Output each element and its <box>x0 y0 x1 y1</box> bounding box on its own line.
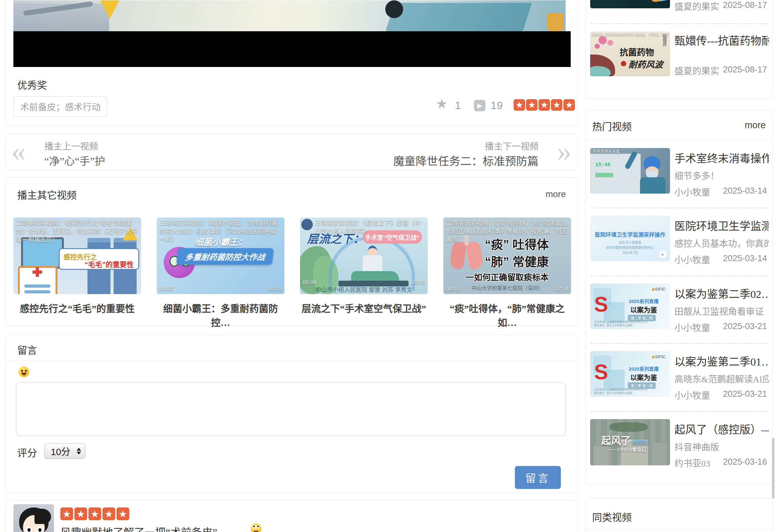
rating-star-icon: ★ <box>538 99 550 111</box>
sidebar-video-thumb[interactable]: S ◆SIFIC 2025系列直播 以案为鉴 第二季 第二期 主办单位：上海斯菲… <box>590 284 670 329</box>
thumb-line2: 以案为鉴 <box>621 305 667 314</box>
other-video-caption[interactable]: 细菌小霸王：多重耐药菌防控… <box>157 301 284 329</box>
other-video-thumb[interactable]: 感控先行之 “毛毛”的重要性 二等奖获奖视频：《感控先行之“毛毛”的重要性》仝珊… <box>13 218 141 294</box>
sidebar-video-title[interactable]: 手术室终末消毒操作… <box>675 150 769 166</box>
lung-right <box>466 241 483 270</box>
sific-s: S <box>594 361 608 382</box>
sidebar-video-thumb[interactable]: S ◆SIFIC 2025系列直播 以案为鉴 第二季 第一期 主办单位：上海斯菲… <box>590 351 670 397</box>
thumb-overlay-text: 二等奖获奖视频：《“痰”吐得体，“肺”常健康之如何正确留取痰标本》李秋玲、程依琳… <box>446 219 568 244</box>
thumb-title-line2: 多重耐药菌防控大作战 <box>184 251 266 262</box>
other-videos-more-link[interactable]: more <box>545 189 566 199</box>
video-frame[interactable] <box>13 0 571 31</box>
sidebar-video-title[interactable]: 医院环境卫生学监测… <box>675 218 769 233</box>
thumb-banner: 多重耐药菌防控大作战 <box>176 248 274 265</box>
rating-star-icon: ★ <box>116 507 129 520</box>
emoji-mouth <box>254 531 259 532</box>
sidebar-video-author[interactable]: 盛夏的果实 <box>675 64 719 77</box>
thumb-org1: 主办单位：上海斯菲克微生物应用技术研究中心 <box>594 320 648 323</box>
comment-text: 风趣幽默地了解了一把“术前备皮” <box>60 524 217 532</box>
score-select-value: 10分 <box>45 444 77 458</box>
sidebar-video-author[interactable]: 小小牧童 <box>675 388 710 401</box>
score-select[interactable]: 10分 <box>44 443 85 459</box>
thumb-footer-text: 中山大学附属第七医院（深圳） <box>443 284 571 292</box>
thumb-overlay-text: 三等奖获奖视频：《层流之下》黎慧（中山市小榄人民医院） <box>315 219 425 236</box>
other-video-caption[interactable]: “痰”吐得体，“肺”常健康之如… <box>443 301 571 329</box>
thumb-org2: 承办单位：复旦大学附属中山医院 <box>594 323 632 327</box>
dashed-divider <box>590 208 768 208</box>
blossom <box>599 36 607 44</box>
video-controls-bar[interactable] <box>13 31 571 67</box>
sidebar-video-author[interactable]: 小小牧童 <box>675 185 710 198</box>
thumb-center-line: 启东市人民医院 <box>590 240 670 245</box>
other-video-caption[interactable]: 感控先行之“毛毛”的重要性 <box>13 301 141 315</box>
comment-form-card: 留言 评分 10分 留言 <box>5 334 578 493</box>
commenter-avatar[interactable] <box>13 504 54 532</box>
sific-logo: ◆SIFIC <box>652 354 666 359</box>
other-video-thumb[interactable]: 层流之下： 手术室“空气保卫战” 中山市小榄人民医院 黎慧 刘苏 李秀文 00:… <box>300 218 428 294</box>
thumb-overlay-text: 甄嬛传---抗菌药物耐药风波 祝效鹏、卢琳琳（北京大学深圳医 <box>592 33 669 37</box>
sidebar-video-author[interactable]: 约书亚03 <box>675 456 710 469</box>
hospital-logo <box>301 219 313 230</box>
prev-chevron-icon[interactable]: « <box>11 136 26 166</box>
next-video-label: 播主下一视频 <box>485 139 538 152</box>
prev-video-link[interactable]: “净”心“手”护 <box>44 153 105 168</box>
clipboard-line <box>24 284 50 288</box>
rating-star-icon: ★ <box>513 99 525 111</box>
avatar-pupil <box>38 528 41 532</box>
thumb-line3: 一如何正确留取痰标本 <box>443 271 571 283</box>
timestamp-start: 00:02 <box>159 286 173 292</box>
other-video-thumb[interactable]: “痰” 吐得体 “肺” 常健康 一如何正确留取痰标本 中山大学附属第七医院（深圳… <box>443 218 571 294</box>
next-video-link[interactable]: 魔童降世任务二：标准预防篇 <box>393 152 538 168</box>
favorite-star-icon[interactable]: ★ <box>436 97 448 111</box>
sidebar-video-title[interactable]: 起风了（感控版）—… <box>675 421 769 437</box>
banner: 感控先行之 “毛毛”的重要性 <box>59 248 139 270</box>
divider <box>5 361 577 361</box>
other-video-thumb[interactable]: 细菌小霸王： 多重耐药菌防控大作战 00:02 02:43 三等奖获奖视频：《细… <box>157 218 284 294</box>
timestamp-end: 02:34 <box>555 286 568 292</box>
thumb-overlay-text: 二等奖获奖视频：《感控先行之“毛毛”的重要性》仝珊珊、王凤菊、何文英等（石河子大… <box>16 219 138 244</box>
comment-form-title: 留言 <box>17 342 37 357</box>
sific-logo: ◆SIFIC <box>652 287 666 292</box>
warning-triangle-icon <box>100 0 119 19</box>
other-video-caption[interactable]: 层流之下“手术室空气保卫战” <box>300 301 428 315</box>
sidebar-video-author[interactable]: 小小牧童 <box>675 253 710 266</box>
sidebar-video-thumb[interactable]: 抗菌药物 耐药风波 甄嬛传 甄嬛传---抗菌药物耐药风波 祝效鹏、卢琳琳（北京大… <box>590 32 670 76</box>
sidebar-video-date: 2025-03-16 <box>723 457 767 467</box>
thumb-brush-line1: 抗菌药物 <box>620 46 654 58</box>
play-count: 19 <box>491 99 503 112</box>
sidebar-video-date: 2025-03-21 <box>723 321 767 331</box>
sidebar-video-author[interactable]: 盛夏的果实 <box>675 0 719 12</box>
diamond-icon: ◆ <box>652 287 655 292</box>
grinning-emoji-icon[interactable] <box>18 366 29 377</box>
dashed-divider <box>590 343 768 344</box>
thumb-overlay-text: 手术室终末消毒 <box>593 150 668 154</box>
divider <box>586 140 772 140</box>
banner-text-right: “毛毛”的重要性 <box>85 259 134 269</box>
sidebar-video-title[interactable]: 甄嬛传---抗菌药物耐… <box>675 32 769 48</box>
next-chevron-icon[interactable]: » <box>557 136 572 166</box>
emoji-mouth <box>21 373 26 375</box>
sidebar-video-title[interactable]: 以案为鉴第二季01… <box>675 353 769 369</box>
submit-comment-button[interactable]: 留言 <box>515 466 561 489</box>
sidebar-video-thumb[interactable]: 医院环境卫生学监测采样操作 启东市人民医院 启东市医院感染管理质量控制中心 20… <box>590 216 670 261</box>
rating-star-icon: ★ <box>88 507 101 520</box>
scrollbar-thumb[interactable] <box>772 438 774 499</box>
sific-logo-text: SIFIC <box>655 287 666 292</box>
timestamp-end: 03:05 <box>411 279 425 286</box>
nurse-scrubs <box>640 177 666 194</box>
sidebar-video-thumb[interactable]: 15:46 手术室终末消毒 <box>590 148 670 194</box>
sidebar-video-author[interactable]: 小小牧童 <box>675 321 710 334</box>
rating-stars: ★★★★★ <box>513 99 576 111</box>
cartoon-wheel <box>385 0 403 18</box>
thumb-subtitle: ——CRBSI零容忍 <box>608 446 646 453</box>
sidebar-video-title[interactable]: 以案为鉴第二季02… <box>675 285 769 301</box>
play-circle-icon: ▶ <box>659 250 667 258</box>
sidebar-video-thumb[interactable]: 起风了感控版 ——CRBSI零容忍 <box>590 419 670 465</box>
hot-videos-more-link[interactable]: more <box>745 120 766 130</box>
sidebar-video-thumb[interactable] <box>590 0 670 8</box>
comments-card: ★★★★★ 风趣幽默地了解了一把“术前备皮” <box>5 500 578 532</box>
sific-logo-text: SIFIC <box>655 354 666 359</box>
sific-s: S <box>594 294 608 315</box>
video-tag[interactable]: 术前备皮；感术行动 <box>13 96 107 117</box>
comment-textarea[interactable] <box>16 382 565 436</box>
